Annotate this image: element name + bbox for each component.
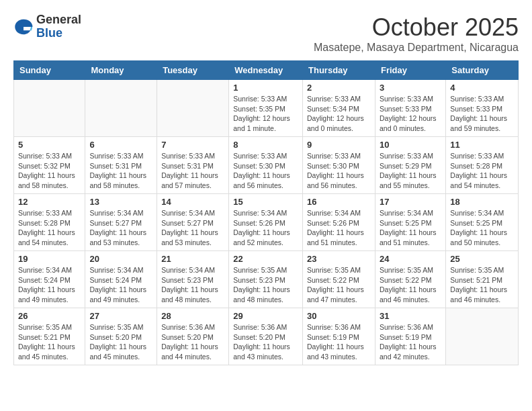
calendar-cell: 22Sunrise: 5:35 AM Sunset: 5:23 PM Dayli… bbox=[229, 251, 303, 308]
calendar-table: SundayMondayTuesdayWednesdayThursdayFrid… bbox=[13, 60, 519, 365]
calendar-cell: 1Sunrise: 5:33 AM Sunset: 5:35 PM Daylig… bbox=[229, 80, 303, 137]
weekday-header: Saturday bbox=[446, 61, 519, 80]
calendar-cell: 27Sunrise: 5:35 AM Sunset: 5:20 PM Dayli… bbox=[85, 308, 157, 365]
day-info: Sunrise: 5:35 AM Sunset: 5:22 PM Dayligh… bbox=[380, 265, 441, 305]
calendar-cell bbox=[446, 308, 519, 365]
calendar-cell: 20Sunrise: 5:34 AM Sunset: 5:24 PM Dayli… bbox=[85, 251, 157, 308]
day-info: Sunrise: 5:34 AM Sunset: 5:23 PM Dayligh… bbox=[161, 265, 224, 305]
weekday-header-row: SundayMondayTuesdayWednesdayThursdayFrid… bbox=[14, 61, 519, 80]
calendar-cell: 4Sunrise: 5:33 AM Sunset: 5:33 PM Daylig… bbox=[446, 80, 519, 137]
day-info: Sunrise: 5:34 AM Sunset: 5:26 PM Dayligh… bbox=[307, 208, 371, 248]
calendar-cell: 28Sunrise: 5:36 AM Sunset: 5:20 PM Dayli… bbox=[157, 308, 229, 365]
day-number: 27 bbox=[89, 311, 152, 321]
day-number: 14 bbox=[161, 197, 224, 207]
day-number: 15 bbox=[233, 197, 298, 207]
calendar-cell: 16Sunrise: 5:34 AM Sunset: 5:26 PM Dayli… bbox=[303, 194, 375, 251]
day-number: 25 bbox=[450, 254, 514, 264]
day-info: Sunrise: 5:35 AM Sunset: 5:21 PM Dayligh… bbox=[450, 265, 514, 305]
day-info: Sunrise: 5:33 AM Sunset: 5:28 PM Dayligh… bbox=[18, 208, 81, 248]
day-number: 16 bbox=[307, 197, 371, 207]
day-number: 2 bbox=[307, 83, 371, 93]
logo-text: General Blue bbox=[36, 13, 81, 40]
logo-icon bbox=[13, 17, 34, 37]
day-number: 4 bbox=[450, 83, 514, 93]
calendar-cell: 13Sunrise: 5:34 AM Sunset: 5:27 PM Dayli… bbox=[85, 194, 157, 251]
calendar-cell: 7Sunrise: 5:33 AM Sunset: 5:31 PM Daylig… bbox=[157, 137, 229, 194]
week-row: 19Sunrise: 5:34 AM Sunset: 5:24 PM Dayli… bbox=[14, 251, 519, 308]
day-info: Sunrise: 5:36 AM Sunset: 5:19 PM Dayligh… bbox=[380, 322, 441, 362]
day-info: Sunrise: 5:35 AM Sunset: 5:22 PM Dayligh… bbox=[307, 265, 371, 305]
day-number: 19 bbox=[18, 254, 81, 264]
day-number: 24 bbox=[380, 254, 441, 264]
day-info: Sunrise: 5:33 AM Sunset: 5:30 PM Dayligh… bbox=[307, 151, 371, 191]
day-info: Sunrise: 5:33 AM Sunset: 5:29 PM Dayligh… bbox=[380, 151, 441, 191]
day-number: 22 bbox=[233, 254, 298, 264]
day-number: 10 bbox=[380, 140, 441, 150]
day-info: Sunrise: 5:33 AM Sunset: 5:33 PM Dayligh… bbox=[380, 94, 441, 134]
calendar-cell: 19Sunrise: 5:34 AM Sunset: 5:24 PM Dayli… bbox=[14, 251, 85, 308]
day-info: Sunrise: 5:33 AM Sunset: 5:33 PM Dayligh… bbox=[450, 94, 514, 134]
day-number: 8 bbox=[233, 140, 298, 150]
day-number: 18 bbox=[450, 197, 514, 207]
calendar-cell: 21Sunrise: 5:34 AM Sunset: 5:23 PM Dayli… bbox=[157, 251, 229, 308]
day-number: 3 bbox=[380, 83, 441, 93]
logo: General Blue bbox=[13, 13, 81, 40]
day-number: 29 bbox=[233, 311, 298, 321]
calendar-cell: 2Sunrise: 5:33 AM Sunset: 5:34 PM Daylig… bbox=[303, 80, 375, 137]
logo-blue: Blue bbox=[36, 27, 81, 40]
day-info: Sunrise: 5:34 AM Sunset: 5:27 PM Dayligh… bbox=[89, 208, 152, 248]
calendar-cell: 26Sunrise: 5:35 AM Sunset: 5:21 PM Dayli… bbox=[14, 308, 85, 365]
calendar-cell: 31Sunrise: 5:36 AM Sunset: 5:19 PM Dayli… bbox=[375, 308, 445, 365]
calendar-cell bbox=[14, 80, 85, 137]
day-number: 23 bbox=[307, 254, 371, 264]
calendar-cell: 29Sunrise: 5:36 AM Sunset: 5:20 PM Dayli… bbox=[229, 308, 303, 365]
day-number: 6 bbox=[89, 140, 152, 150]
day-number: 26 bbox=[18, 311, 81, 321]
day-info: Sunrise: 5:34 AM Sunset: 5:24 PM Dayligh… bbox=[89, 265, 152, 305]
weekday-header: Tuesday bbox=[157, 61, 229, 80]
calendar-cell: 10Sunrise: 5:33 AM Sunset: 5:29 PM Dayli… bbox=[375, 137, 445, 194]
calendar-cell: 9Sunrise: 5:33 AM Sunset: 5:30 PM Daylig… bbox=[303, 137, 375, 194]
day-number: 13 bbox=[89, 197, 152, 207]
day-number: 11 bbox=[450, 140, 514, 150]
day-number: 5 bbox=[18, 140, 81, 150]
weekday-header: Thursday bbox=[303, 61, 375, 80]
weekday-header: Friday bbox=[375, 61, 445, 80]
day-info: Sunrise: 5:36 AM Sunset: 5:19 PM Dayligh… bbox=[307, 322, 371, 362]
calendar-cell: 23Sunrise: 5:35 AM Sunset: 5:22 PM Dayli… bbox=[303, 251, 375, 308]
logo-general: General bbox=[36, 13, 81, 27]
day-info: Sunrise: 5:34 AM Sunset: 5:24 PM Dayligh… bbox=[18, 265, 81, 305]
weekday-header: Wednesday bbox=[229, 61, 303, 80]
calendar-cell: 18Sunrise: 5:34 AM Sunset: 5:25 PM Dayli… bbox=[446, 194, 519, 251]
calendar-cell: 15Sunrise: 5:34 AM Sunset: 5:26 PM Dayli… bbox=[229, 194, 303, 251]
weekday-header: Sunday bbox=[14, 61, 85, 80]
calendar-cell: 17Sunrise: 5:34 AM Sunset: 5:25 PM Dayli… bbox=[375, 194, 445, 251]
day-info: Sunrise: 5:33 AM Sunset: 5:31 PM Dayligh… bbox=[161, 151, 224, 191]
day-number: 20 bbox=[89, 254, 152, 264]
day-info: Sunrise: 5:33 AM Sunset: 5:35 PM Dayligh… bbox=[233, 94, 298, 134]
calendar-cell: 24Sunrise: 5:35 AM Sunset: 5:22 PM Dayli… bbox=[375, 251, 445, 308]
day-info: Sunrise: 5:34 AM Sunset: 5:25 PM Dayligh… bbox=[380, 208, 441, 248]
calendar-cell: 30Sunrise: 5:36 AM Sunset: 5:19 PM Dayli… bbox=[303, 308, 375, 365]
calendar-cell bbox=[157, 80, 229, 137]
title-section: October 2025 Masatepe, Masaya Department… bbox=[314, 13, 519, 54]
day-info: Sunrise: 5:34 AM Sunset: 5:27 PM Dayligh… bbox=[161, 208, 224, 248]
day-number: 28 bbox=[161, 311, 224, 321]
day-info: Sunrise: 5:35 AM Sunset: 5:23 PM Dayligh… bbox=[233, 265, 298, 305]
day-number: 7 bbox=[161, 140, 224, 150]
month-title: October 2025 bbox=[314, 13, 519, 42]
day-info: Sunrise: 5:34 AM Sunset: 5:25 PM Dayligh… bbox=[450, 208, 514, 248]
day-info: Sunrise: 5:33 AM Sunset: 5:32 PM Dayligh… bbox=[18, 151, 81, 191]
week-row: 12Sunrise: 5:33 AM Sunset: 5:28 PM Dayli… bbox=[14, 194, 519, 251]
day-info: Sunrise: 5:33 AM Sunset: 5:31 PM Dayligh… bbox=[89, 151, 152, 191]
day-number: 30 bbox=[307, 311, 371, 321]
day-info: Sunrise: 5:33 AM Sunset: 5:30 PM Dayligh… bbox=[233, 151, 298, 191]
calendar-cell bbox=[85, 80, 157, 137]
calendar-cell: 11Sunrise: 5:33 AM Sunset: 5:28 PM Dayli… bbox=[446, 137, 519, 194]
calendar-cell: 14Sunrise: 5:34 AM Sunset: 5:27 PM Dayli… bbox=[157, 194, 229, 251]
day-number: 31 bbox=[380, 311, 441, 321]
day-info: Sunrise: 5:36 AM Sunset: 5:20 PM Dayligh… bbox=[233, 322, 298, 362]
calendar-cell: 25Sunrise: 5:35 AM Sunset: 5:21 PM Dayli… bbox=[446, 251, 519, 308]
day-info: Sunrise: 5:36 AM Sunset: 5:20 PM Dayligh… bbox=[161, 322, 224, 362]
day-info: Sunrise: 5:34 AM Sunset: 5:26 PM Dayligh… bbox=[233, 208, 298, 248]
